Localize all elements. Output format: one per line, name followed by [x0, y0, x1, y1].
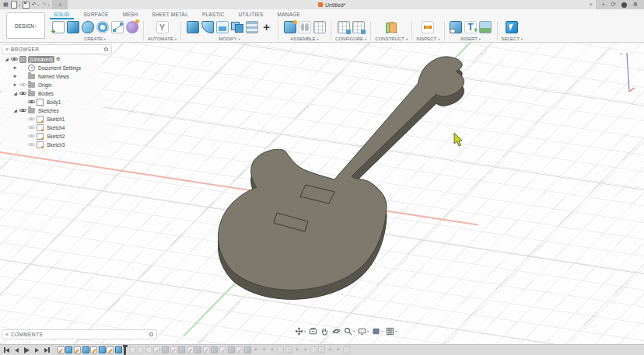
- comments-header[interactable]: « COMMENTS: [2, 329, 157, 339]
- expander-icon[interactable]: [12, 106, 18, 114]
- timeline-sketch-feature[interactable]: [170, 346, 177, 353]
- panel-options-icon[interactable]: [104, 47, 108, 51]
- pan-hand-icon[interactable]: [320, 326, 330, 336]
- visibility-eye-icon[interactable]: [19, 82, 26, 89]
- visibility-eye-icon[interactable]: [19, 107, 26, 114]
- timeline-playhead[interactable]: [124, 346, 126, 355]
- save-icon[interactable]: [23, 2, 30, 9]
- browser-row[interactable]: Sketch4 ⊕: [2, 124, 111, 132]
- document-tab[interactable]: Untitled* ×: [68, 0, 596, 9]
- extrude-icon[interactable]: [67, 21, 79, 33]
- visibility-eye-icon[interactable]: [28, 124, 35, 131]
- dropdown-caret-icon[interactable]: ▾: [304, 329, 306, 333]
- browser-row[interactable]: Sketch3 ⊕: [2, 141, 111, 149]
- node-label[interactable]: Sketch1: [45, 116, 67, 123]
- close-tab-icon[interactable]: ×: [589, 0, 593, 9]
- guitar-top-face[interactable]: [219, 57, 464, 290]
- timeline-extrude-feature[interactable]: [244, 346, 251, 353]
- node-label[interactable]: Document Settings: [37, 64, 82, 71]
- browser-row[interactable]: Document Settings ⊕: [2, 64, 103, 72]
- timeline-move-feature[interactable]: [334, 346, 341, 353]
- create-menu[interactable]: CREATE▾: [84, 37, 106, 41]
- timeline-sketch-feature[interactable]: [187, 346, 194, 353]
- tab-mesh[interactable]: MESH: [116, 12, 145, 19]
- visibility-eye-icon[interactable]: [28, 116, 35, 123]
- inspect-menu[interactable]: INSPECT▾: [416, 37, 439, 41]
- timeline-move-feature[interactable]: [302, 346, 309, 353]
- shell-icon[interactable]: [216, 21, 229, 33]
- app-launcher-icon[interactable]: ▦: [3, 0, 9, 9]
- insert-element-icon[interactable]: [464, 21, 477, 33]
- browser-row[interactable]: Bodies ⊕: [2, 89, 103, 98]
- timeline-body-feature[interactable]: [277, 346, 284, 353]
- timeline-pattern-feature[interactable]: [285, 346, 292, 353]
- panel-options-icon[interactable]: [149, 332, 153, 336]
- timeline-sketch-feature[interactable]: [203, 346, 210, 353]
- redo-icon[interactable]: ↷: [42, 0, 47, 9]
- timeline-sketch-feature[interactable]: [236, 346, 243, 353]
- timeline-move-feature[interactable]: [293, 346, 300, 353]
- timeline-sketch-feature[interactable]: [74, 346, 81, 353]
- sweep-icon[interactable]: [82, 21, 94, 33]
- workspace-selector[interactable]: DESIGN ▾: [6, 12, 45, 39]
- combine-icon[interactable]: [231, 21, 243, 33]
- visibility-eye-icon[interactable]: [11, 56, 18, 63]
- split-body-icon[interactable]: [246, 21, 258, 33]
- construct-menu[interactable]: CONSTRUCT▾: [375, 37, 408, 41]
- joint-icon[interactable]: [299, 21, 311, 33]
- timeline-extrude-feature[interactable]: [228, 346, 235, 353]
- dropdown-caret-icon[interactable]: ▾: [38, 3, 40, 7]
- orbit-icon[interactable]: [331, 326, 341, 336]
- timeline-extrude-feature[interactable]: [162, 346, 169, 353]
- insert-derive-icon[interactable]: [450, 21, 462, 33]
- add-icon[interactable]: ⊕: [56, 56, 61, 62]
- collapse-panel-icon[interactable]: «: [5, 46, 9, 54]
- configure-menu[interactable]: CONFIGURE▾: [335, 37, 366, 41]
- timeline-body-feature[interactable]: [343, 346, 350, 353]
- timeline-move-feature[interactable]: [269, 346, 276, 353]
- node-label[interactable]: Named Views: [37, 73, 71, 80]
- pipe-icon[interactable]: [111, 21, 124, 33]
- visibility-eye-icon[interactable]: [28, 133, 35, 140]
- expander-icon[interactable]: [12, 72, 18, 80]
- timeline-body-feature[interactable]: [310, 346, 317, 353]
- node-label[interactable]: Sketch4: [45, 124, 67, 131]
- timeline-extrude-feature[interactable]: [211, 346, 218, 353]
- select-icon[interactable]: [506, 21, 518, 33]
- revolve-icon[interactable]: [96, 21, 109, 33]
- dropdown-caret-icon[interactable]: ▾: [381, 329, 383, 333]
- browser-header[interactable]: « BROWSER: [2, 44, 112, 54]
- dropdown-caret-icon[interactable]: ▾: [353, 329, 355, 333]
- timeline-sketch-feature[interactable]: [90, 346, 97, 353]
- timeline-extrude-feature[interactable]: [178, 346, 185, 353]
- go-to-start-button[interactable]: [2, 346, 11, 354]
- expander-icon[interactable]: [4, 55, 9, 63]
- press-pull-icon[interactable]: [187, 21, 199, 33]
- tab-plastic[interactable]: PLASTIC: [195, 12, 232, 19]
- visibility-eye-icon[interactable]: [19, 90, 26, 97]
- browser-row[interactable]: Sketches ⊕: [2, 106, 103, 115]
- rigid-group-icon[interactable]: [313, 21, 326, 33]
- timeline-move-feature[interactable]: [327, 346, 334, 353]
- new-tab-icon[interactable]: +: [601, 1, 605, 9]
- timeline-move-feature[interactable]: [252, 346, 259, 353]
- timeline-circle-feature[interactable]: [137, 346, 144, 353]
- node-label[interactable]: Sketch2: [45, 133, 67, 140]
- tab-solid[interactable]: SOLID: [47, 12, 77, 19]
- look-at-icon[interactable]: [308, 326, 318, 336]
- step-forward-button[interactable]: [33, 346, 41, 354]
- new-component-icon[interactable]: [284, 21, 296, 33]
- expander-icon[interactable]: [12, 81, 18, 89]
- user-avatar[interactable]: [621, 2, 627, 8]
- expander-icon[interactable]: [12, 89, 18, 97]
- visibility-eye-icon[interactable]: [28, 99, 35, 106]
- timeline-sketch-feature[interactable]: [107, 346, 114, 353]
- sync-status-icon[interactable]: ⟳: [611, 0, 616, 9]
- timeline-extrude-feature[interactable]: [194, 346, 201, 353]
- tab-manage[interactable]: MANAGE: [271, 12, 307, 19]
- visibility-eye-icon[interactable]: [28, 141, 35, 148]
- dropdown-caret-icon[interactable]: ▾: [395, 329, 397, 333]
- timeline-extrude-feature[interactable]: [99, 346, 106, 353]
- node-label[interactable]: Sketch3: [45, 141, 67, 148]
- select-menu[interactable]: SELECT▾: [502, 37, 523, 41]
